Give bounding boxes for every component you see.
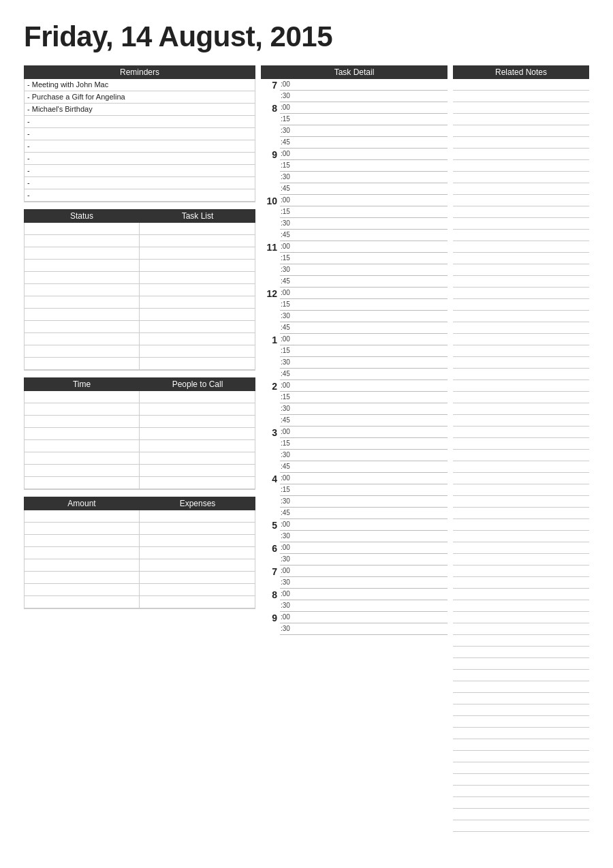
time-slot: :15 [280, 438, 447, 450]
notes-line [453, 681, 589, 693]
slot-line [295, 542, 447, 553]
hour-row: 6:00:30 [261, 542, 447, 565]
slot-label: :15 [280, 345, 295, 356]
slot-label: :15 [280, 160, 295, 171]
expenses-rows [24, 510, 255, 609]
slot-line [295, 79, 447, 90]
slot-label: :00 [280, 149, 295, 159]
status-header: Status [24, 209, 140, 223]
slot-label: :30 [280, 311, 295, 322]
left-column: Reminders - Meeting with John Mac - Purc… [24, 65, 255, 609]
hour-label: 6 [261, 542, 280, 554]
notes-line [453, 716, 589, 728]
time-slot: :30 [280, 357, 447, 369]
hour-label: 9 [261, 149, 280, 160]
table-row [25, 428, 255, 440]
time-slot: :15 [280, 484, 447, 496]
time-slot: :30 [280, 403, 447, 415]
time-slot: :00 [280, 149, 447, 160]
notes-line [453, 774, 589, 786]
notes-line [453, 299, 589, 311]
slot-line [295, 380, 447, 391]
time-slot: :30 [280, 600, 447, 612]
hour-row: 12:00:15:30:45 [261, 288, 447, 334]
table-row [25, 584, 255, 596]
slot-label: :00 [280, 427, 295, 437]
main-grid: Reminders - Meeting with John Mac - Purc… [24, 65, 589, 832]
notes-line [453, 392, 589, 403]
notes-line [453, 577, 589, 589]
slots: :00:15:30:45 [280, 241, 447, 288]
hour-row: 9:00:30 [261, 612, 447, 635]
table-row [25, 477, 255, 489]
notes-line [453, 149, 589, 160]
slot-label: :15 [280, 114, 295, 125]
table-row [25, 452, 255, 465]
notes-line [453, 693, 589, 704]
slot-label: :30 [280, 91, 295, 102]
notes-line [453, 473, 589, 484]
slot-label: :45 [280, 415, 295, 426]
time-slot: :30 [280, 125, 447, 137]
hour-row: 1:00:15:30:45 [261, 334, 447, 380]
hour-row: 7:00:30 [261, 79, 447, 102]
table-row [25, 309, 255, 321]
slot-line [295, 450, 447, 461]
slot-line [295, 496, 447, 507]
notes-line [453, 658, 589, 670]
notes-line [453, 345, 589, 357]
time-slot: :15 [280, 253, 447, 264]
hour-label: 9 [261, 612, 280, 623]
hour-label: 11 [261, 241, 280, 253]
task-detail-header: Task Detail [261, 65, 447, 79]
slot-label: :00 [280, 334, 295, 345]
time-slot: :30 [280, 531, 447, 542]
time-slot: :30 [280, 91, 447, 102]
slot-line [295, 345, 447, 356]
table-row [25, 345, 255, 358]
slot-label: :30 [280, 623, 295, 634]
slot-line [295, 264, 447, 275]
reminder-item: - Michael's Birthday [25, 104, 255, 116]
task-detail-section: Task Detail 7:00:308:00:15:30:459:00:15:… [261, 65, 447, 635]
time-slot: :00 [280, 589, 447, 600]
table-row [25, 596, 255, 608]
slot-line [295, 554, 447, 565]
slot-line [295, 334, 447, 345]
slots: :00:15:30:45 [280, 380, 447, 427]
notes-line [453, 160, 589, 172]
time-slot: :00 [280, 565, 447, 577]
notes-line [453, 704, 589, 716]
slot-label: :00 [280, 473, 295, 484]
notes-line [453, 206, 589, 218]
table-row [25, 321, 255, 333]
time-block: 7:00:308:00:15:30:459:00:15:30:4510:00:1… [261, 79, 447, 635]
reminder-item: - [25, 140, 255, 153]
page-title: Friday, 14 August, 2015 [24, 20, 589, 53]
notes-line [453, 751, 589, 762]
hour-label: 8 [261, 102, 280, 114]
notes-line [453, 102, 589, 114]
slot-label: :30 [280, 264, 295, 275]
time-slot: :15 [280, 160, 447, 172]
hour-row: 2:00:15:30:45 [261, 380, 447, 427]
table-row [25, 296, 255, 309]
notes-line [453, 450, 589, 461]
people-call-rows [24, 391, 255, 490]
table-row [25, 523, 255, 535]
slot-line [295, 114, 447, 125]
time-slot: :00 [280, 473, 447, 484]
slot-label: :30 [280, 172, 295, 183]
slot-label: :00 [280, 195, 295, 206]
table-row [25, 391, 255, 403]
hour-row: 7:00:30 [261, 565, 447, 589]
slots: :00:15:30:45 [280, 473, 447, 519]
related-notes-header: Related Notes [453, 65, 589, 79]
time-slot: :45 [280, 322, 447, 334]
time-slot: :00 [280, 612, 447, 623]
notes-line [453, 461, 589, 473]
time-slot: :00 [280, 519, 447, 531]
slot-line [295, 125, 447, 136]
slot-label: :30 [280, 357, 295, 368]
slot-line [295, 438, 447, 449]
